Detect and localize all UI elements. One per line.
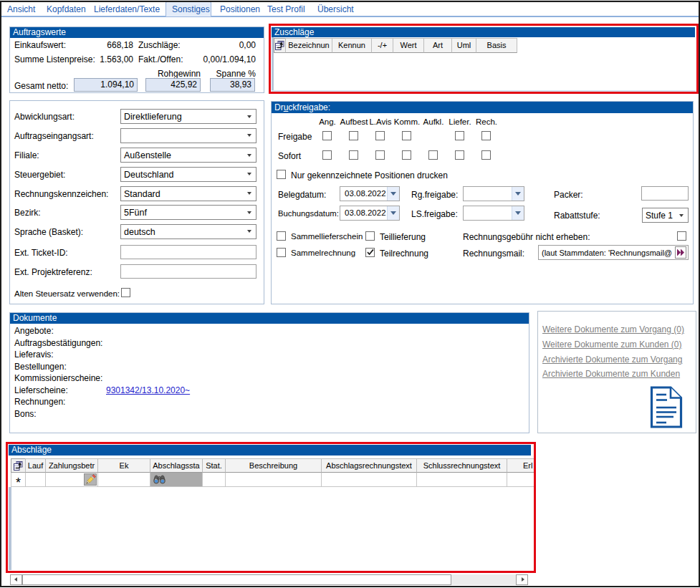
sofort-rech-checkbox[interactable] — [481, 150, 491, 160]
rg-freigabe-dropdown-button[interactable] — [512, 187, 524, 201]
lieferavis-label: Lieferavis: — [14, 350, 54, 360]
zuschlaege-column-uml[interactable]: Uml — [451, 38, 476, 53]
sofort-aufbest-checkbox[interactable] — [349, 150, 358, 160]
sofort-lavis-checkbox[interactable] — [375, 150, 385, 160]
filiale-combo[interactable]: Außenstelle — [120, 148, 256, 163]
auftragseingangsart-combo[interactable] — [120, 128, 256, 143]
abschlaege-cell-ek[interactable] — [97, 473, 150, 487]
freigabe-aufbest-checkbox[interactable] — [349, 131, 358, 140]
freigabe-ang-checkbox[interactable] — [322, 131, 332, 140]
zahlungsbetrag-edit-button[interactable] — [84, 473, 97, 486]
druckfreigabe-title-pre: Dr — [274, 102, 284, 112]
packer-input[interactable] — [641, 186, 689, 201]
abschlaege-column-beschreibung[interactable]: Beschreibung — [225, 458, 322, 473]
rabattstufe-value: Stufe 1 — [646, 211, 673, 221]
sofort-liefer-checkbox[interactable] — [455, 150, 464, 160]
abschlaege-cell-zahlungsbetrag[interactable] — [45, 473, 98, 487]
bezirk-value: 5Fünf — [124, 208, 147, 218]
belegdatum-datepicker[interactable]: 03.08.2022 — [340, 186, 400, 201]
nur-gekennzeichnete-checkbox[interactable] — [277, 170, 286, 179]
abschlaege-column-stat[interactable]: Stat. — [202, 458, 226, 473]
tabstrip-underline — [1, 16, 699, 17]
abschlaege-column-erloes[interactable]: Erl — [507, 458, 536, 473]
abschlaege-cell-schlussrechnungstext[interactable] — [416, 473, 507, 487]
weitere-dokumente-panel: Weitere Dokumente zum Vorgang (0) Weiter… — [537, 311, 696, 433]
freigabe-lavis-checkbox[interactable] — [375, 131, 385, 140]
abschlaege-column-schlussrechnungstext[interactable]: Schlussrechnungstext — [416, 458, 507, 473]
sprache-basket-combo[interactable]: deutsch — [120, 224, 256, 239]
freigabe-rech-checkbox[interactable] — [481, 131, 491, 140]
ext-ticket-id-input[interactable] — [120, 245, 256, 259]
dropdown-arrow-icon — [515, 211, 521, 215]
dropdown-arrow-icon — [247, 173, 251, 175]
ls-freigabe-dropdown-button[interactable] — [512, 206, 524, 220]
lieferschein-link[interactable]: 9301342/13.10.2020~ — [106, 385, 190, 395]
zuschlaege-column-basis[interactable]: Basis — [476, 38, 517, 53]
abschlaege-column-ek[interactable]: Ek — [97, 458, 150, 473]
belegdatum-dropdown-button[interactable] — [387, 187, 399, 201]
abschlaege-cell-stat[interactable] — [202, 473, 226, 487]
tab-lieferdaten-texte[interactable]: Lieferdaten/Texte — [94, 4, 160, 14]
rechnungskennzeichen-combo[interactable]: Standard — [120, 186, 256, 201]
bezirk-combo[interactable]: 5Fünf — [120, 205, 256, 220]
auftragsbestaetigungen-label: Auftragsbestätigungen: — [14, 338, 102, 348]
rechnungsgebuehr-checkbox[interactable] — [677, 231, 686, 241]
teillieferung-checkbox[interactable] — [365, 231, 375, 241]
tab-positionen[interactable]: Positionen — [220, 4, 260, 14]
freigabe-liefer-checkbox[interactable] — [455, 131, 464, 140]
buchungsdatum-dropdown-button[interactable] — [387, 206, 399, 220]
zuschlaege-value: 0,00 — [179, 40, 256, 50]
abschlaege-cell-erloes[interactable] — [507, 473, 536, 487]
zuschlaege-column-kennung[interactable]: Kennun — [332, 38, 372, 53]
teilrechnung-checkbox[interactable] — [365, 248, 375, 257]
scroll-left-button[interactable] — [10, 574, 22, 585]
zuschlaege-column-minusplus[interactable]: -/+ — [371, 38, 393, 53]
archivierte-dokumente-kunden-link[interactable]: Archivierte Dokumente zum Kunden — [542, 369, 680, 379]
abschlaege-column-abschlagsstatus[interactable]: Abschlagssta — [150, 458, 203, 473]
abschlaege-cell-lauf[interactable] — [25, 473, 46, 487]
weitere-dokumente-kunden-link[interactable]: Weitere Dokumente zum Kunden (0) — [542, 339, 682, 350]
tab-sonstiges[interactable]: Sonstiges — [172, 4, 210, 14]
zuschlaege-column-art[interactable]: Art — [423, 38, 452, 53]
sofort-ang-checkbox[interactable] — [322, 150, 332, 160]
alten-steuersatz-label: Alten Steuersatz verwenden: — [14, 289, 120, 298]
zuschlaege-column-bezeichnung[interactable]: Bezeichnun — [285, 38, 332, 53]
rechnungsmail-input[interactable]: (laut Stammdaten: 'Rechnungsmail@ — [538, 245, 689, 260]
abschlaege-column-zahlungsbetrag[interactable]: Zahlungsbetr — [45, 458, 98, 473]
tab-kopfdaten[interactable]: Kopfdaten — [47, 4, 86, 14]
abschlaege-cell-abschlagsrechnungstext[interactable] — [321, 473, 417, 487]
belegdatum-value: 03.08.2022 — [345, 189, 386, 198]
abschlaege-column-lauf[interactable]: Lauf — [25, 458, 46, 473]
ls-freigabe-combo[interactable] — [463, 206, 524, 221]
sofort-aufkl-checkbox[interactable] — [428, 150, 438, 160]
tab-test-profil[interactable]: Test Profil — [267, 4, 305, 14]
abschlaege-column-chooser-button[interactable] — [11, 458, 26, 473]
dropdown-arrow-icon — [390, 211, 396, 215]
sofort-komm-checkbox[interactable] — [402, 150, 411, 160]
zuschlaege-column-wert[interactable]: Wert — [393, 38, 424, 53]
horizontal-scrollbar[interactable] — [10, 574, 528, 585]
tab-uebersicht[interactable]: Übersicht — [317, 4, 354, 14]
weitere-dokumente-vorgang-link[interactable]: Weitere Dokumente zum Vorgang (0) — [542, 324, 684, 334]
rabattstufe-combo[interactable]: Stufe 1 — [642, 208, 689, 223]
abschlaege-cell-abschlagsstatus[interactable] — [150, 473, 203, 487]
freigabe-komm-checkbox[interactable] — [402, 131, 411, 140]
buchungsdatum-datepicker[interactable]: 03.08.2022 — [340, 206, 400, 221]
abwicklungsart-combo[interactable]: Direktlieferung — [120, 109, 256, 124]
archivierte-dokumente-vorgang-link[interactable]: Archivierte Dokumente zum Vorgang — [542, 355, 682, 365]
abschlaege-column-abschlagsrechnungstext[interactable]: Abschlagsrechnungstext — [321, 458, 417, 473]
scrollbar-thumb[interactable] — [22, 574, 451, 585]
steuergebiet-combo[interactable]: Deutschland — [120, 167, 256, 182]
tab-ansicht[interactable]: Ansicht — [7, 4, 35, 14]
zuschlaege-column-chooser-button[interactable] — [274, 38, 286, 53]
alten-steuersatz-checkbox[interactable] — [121, 288, 130, 297]
zuschlaege-label: Zuschläge: — [138, 40, 181, 50]
sammelrechnung-checkbox[interactable] — [277, 248, 286, 257]
ext-projektreferenz-input[interactable] — [120, 264, 256, 279]
abschlaege-cell-beschreibung[interactable] — [225, 473, 322, 487]
sammellieferschein-checkbox[interactable] — [277, 231, 286, 241]
dropdown-arrow-icon — [679, 214, 684, 217]
rechnungsmail-more-button[interactable] — [675, 246, 686, 259]
rg-freigabe-combo[interactable] — [463, 186, 524, 201]
scroll-right-button[interactable] — [516, 574, 528, 585]
